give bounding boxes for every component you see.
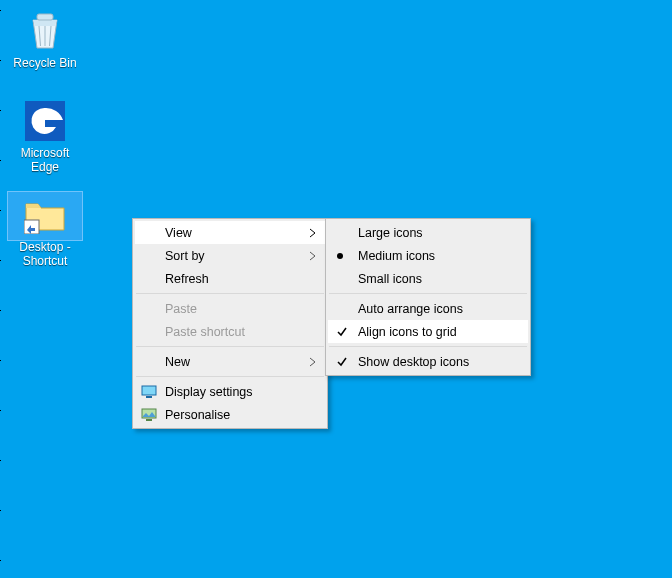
menu-item-personalise[interactable]: Personalise — [135, 403, 325, 426]
menu-separator — [136, 346, 324, 347]
menu-item-sort-by[interactable]: Sort by — [135, 244, 325, 267]
menu-separator — [136, 376, 324, 377]
desktop[interactable]: Recycle Bin Microsoft Edge — [0, 0, 672, 578]
submenu-arrow-icon — [309, 228, 317, 238]
submenu-item-small-icons[interactable]: Small icons — [328, 267, 528, 290]
desktop-icon-label: Desktop - Shortcut — [8, 240, 82, 268]
menu-item-label: Large icons — [358, 226, 423, 240]
menu-item-view[interactable]: View — [135, 221, 325, 244]
svg-rect-9 — [146, 419, 152, 421]
submenu-item-auto-arrange[interactable]: Auto arrange icons — [328, 297, 528, 320]
submenu-item-align-to-grid[interactable]: Align icons to grid — [328, 320, 528, 343]
menu-item-label: Refresh — [165, 272, 209, 286]
menu-item-new[interactable]: New — [135, 350, 325, 373]
recycle-bin-icon — [24, 10, 66, 52]
menu-item-label: Display settings — [165, 385, 253, 399]
menu-item-label: Align icons to grid — [358, 325, 457, 339]
desktop-icon-recycle-bin[interactable]: Recycle Bin — [8, 8, 82, 70]
svg-rect-6 — [142, 386, 156, 395]
menu-item-paste-shortcut: Paste shortcut — [135, 320, 325, 343]
menu-item-label: Show desktop icons — [358, 355, 469, 369]
svg-point-10 — [337, 253, 343, 259]
menu-item-display-settings[interactable]: Display settings — [135, 380, 325, 403]
menu-item-label: View — [165, 226, 192, 240]
edge-icon — [24, 100, 66, 142]
menu-item-label: Paste — [165, 302, 197, 316]
check-icon — [336, 356, 348, 368]
submenu-arrow-icon — [309, 251, 317, 261]
menu-item-label: Medium icons — [358, 249, 435, 263]
view-submenu: Large icons Medium icons Small icons Aut… — [325, 218, 531, 376]
menu-item-paste: Paste — [135, 297, 325, 320]
menu-item-refresh[interactable]: Refresh — [135, 267, 325, 290]
menu-item-label: Paste shortcut — [165, 325, 245, 339]
personalise-icon — [141, 408, 157, 422]
svg-rect-7 — [146, 396, 152, 398]
desktop-icon-label: Microsoft Edge — [8, 146, 82, 174]
desktop-icon-desktop-shortcut[interactable]: Desktop - Shortcut — [8, 192, 82, 268]
menu-item-label: Auto arrange icons — [358, 302, 463, 316]
check-icon — [336, 326, 348, 338]
desktop-icon-label: Recycle Bin — [8, 56, 82, 70]
desktop-context-menu: View Sort by Refresh Paste Paste shortcu… — [132, 218, 328, 429]
menu-separator — [136, 293, 324, 294]
menu-item-label: New — [165, 355, 190, 369]
radio-dot-icon — [336, 252, 344, 260]
desktop-icon-edge[interactable]: Microsoft Edge — [8, 98, 82, 174]
menu-item-label: Sort by — [165, 249, 205, 263]
menu-item-label: Small icons — [358, 272, 422, 286]
menu-item-label: Personalise — [165, 408, 230, 422]
menu-separator — [329, 293, 527, 294]
submenu-item-show-icons[interactable]: Show desktop icons — [328, 350, 528, 373]
svg-rect-0 — [37, 14, 53, 20]
submenu-arrow-icon — [309, 357, 317, 367]
submenu-item-medium-icons[interactable]: Medium icons — [328, 244, 528, 267]
ruler-marks — [0, 0, 2, 578]
menu-separator — [329, 346, 527, 347]
display-settings-icon — [141, 385, 157, 399]
svg-rect-5 — [24, 220, 39, 234]
submenu-item-large-icons[interactable]: Large icons — [328, 221, 528, 244]
folder-shortcut-icon — [24, 194, 66, 236]
